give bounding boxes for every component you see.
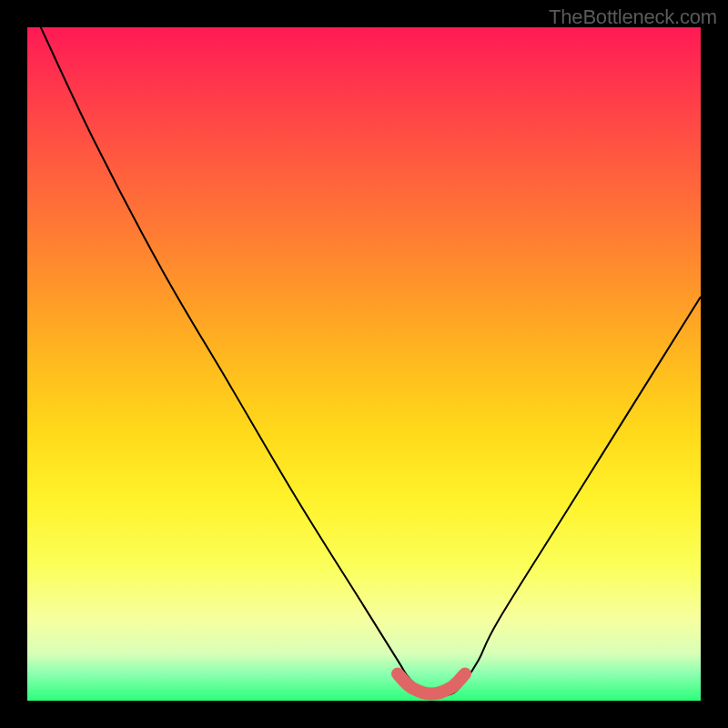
chart-svg <box>27 27 701 701</box>
plot-area <box>27 27 701 701</box>
chart-frame: TheBottleneck.com <box>0 0 728 728</box>
watermark-text: TheBottleneck.com <box>549 5 717 29</box>
curve-line <box>41 27 701 696</box>
highlight-band <box>398 673 465 693</box>
